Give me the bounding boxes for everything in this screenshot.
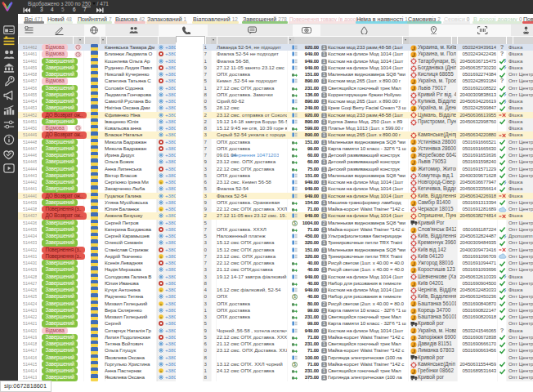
svg-text:ic: ic xyxy=(160,289,163,292)
svg-text:ic: ic xyxy=(160,302,163,305)
svg-text:ic: ic xyxy=(160,256,163,259)
svg-text:ic: ic xyxy=(160,181,163,185)
svg-text:ic: ic xyxy=(160,208,163,212)
svg-text:ic: ic xyxy=(160,370,163,373)
svg-text:ic: ic xyxy=(160,316,163,319)
